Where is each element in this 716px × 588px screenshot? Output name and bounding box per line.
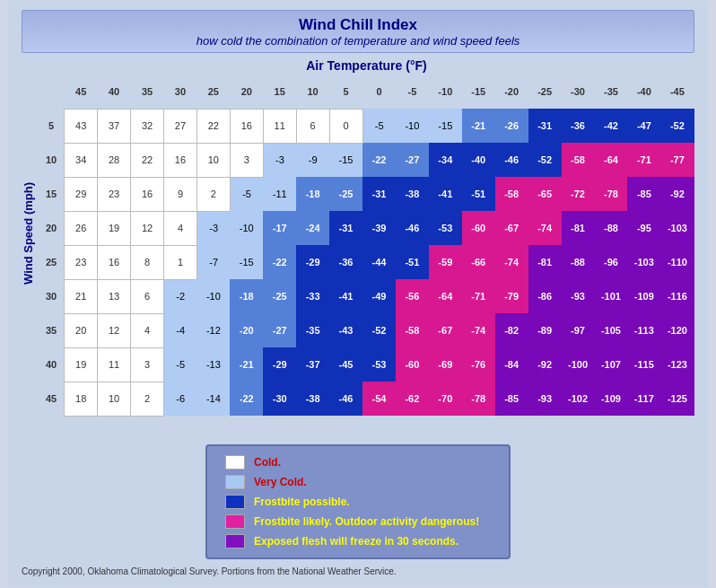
wind-chill-cell: -93 [528,382,562,416]
wind-chill-cell: -17 [263,211,296,245]
wind-chill-cell: -45 [329,347,362,382]
wind-chill-cell: 8 [131,245,164,279]
wind-chill-cell: -42 [594,109,627,143]
wind-chill-cell: -41 [329,279,362,313]
chart-subtitle: how cold the combination of temperature … [31,34,685,48]
wind-chill-cell: -95 [627,211,660,245]
wind-chill-cell: -3 [263,143,296,177]
wind-chill-cell: -33 [296,279,329,313]
wind-chill-cell: -54 [362,382,396,416]
wind-chill-cell: 22 [131,143,164,177]
wind-chill-cell: 12 [131,211,164,245]
wind-chill-cell: -105 [594,313,627,347]
wind-chill-cell: -71 [627,143,660,177]
wind-chill-cell: -92 [660,177,694,211]
wind-chill-cell: -49 [362,279,396,313]
wind-chill-cell: -60 [396,347,429,382]
wind-chill-cell: -43 [329,313,362,347]
speed-header: 20 [39,211,65,245]
speed-header: 45 [39,382,65,416]
wind-chill-cell: 6 [131,279,164,313]
wind-chill-cell: -51 [462,177,495,211]
wind-chill-cell: -6 [163,382,196,416]
wind-chill-cell: -22 [263,245,296,279]
wind-chill-cell: -72 [562,177,595,211]
legend-swatch [225,455,245,470]
wind-chill-cell: -85 [627,177,660,211]
wind-chill-cell: -25 [263,279,296,313]
wind-chill-cell: -22 [230,382,263,416]
temp-header: -40 [627,75,660,109]
wind-chill-cell: -56 [396,279,429,313]
wind-chill-cell: -59 [429,245,462,279]
speed-header: 10 [39,143,65,177]
wind-chill-cell: -89 [528,313,562,347]
wind-chill-cell: 22 [196,109,230,143]
wind-chill-cell: 6 [296,109,329,143]
wind-chill-cell: 11 [263,109,296,143]
temp-header: 25 [196,75,230,109]
wind-chill-cell: -20 [230,313,263,347]
temp-header: 0 [362,75,396,109]
wind-chill-cell: -51 [396,245,429,279]
table-row: 202619124-3-10-17-24-31-39-46-53-60-67-7… [39,211,694,245]
wind-chill-cell: -38 [296,382,329,416]
wind-chill-cell: 32 [131,109,164,143]
wind-chill-cell: -4 [163,313,196,347]
speed-header: 5 [39,109,65,143]
wind-chill-cell: -31 [362,177,396,211]
temp-header: 15 [263,75,296,109]
table-wrapper: Air Temperature (°F) 454035302520151050-… [39,58,694,417]
main-container: Wind Chill Index how cold the combinatio… [8,1,708,587]
wind-chill-cell: -86 [528,279,562,313]
chart-title: Wind Chill Index [31,16,685,34]
wind-chill-cell: -58 [396,313,429,347]
wind-chill-cell: 1 [163,245,196,279]
wind-chill-cell: 4 [163,211,196,245]
temp-header: 5 [329,75,362,109]
wind-chill-cell: -84 [495,347,528,382]
wind-chill-cell: 16 [230,109,263,143]
wind-chill-cell: -31 [329,211,362,245]
wind-chill-cell: -5 [230,177,263,211]
wind-chill-cell: -38 [396,177,429,211]
wind-chill-cell: -24 [296,211,329,245]
wind-chill-cell: 29 [65,177,98,211]
wind-chill-cell: -52 [528,143,562,177]
wind-chill-cell: -29 [263,347,296,382]
wind-chill-cell: -96 [594,245,627,279]
temp-header: -20 [495,75,528,109]
wind-chill-cell: -47 [627,109,660,143]
wind-chill-cell: -25 [329,177,362,211]
wind-chill-cell: -41 [429,177,462,211]
wind-chill-cell: -7 [196,245,230,279]
wind-chill-cell: -70 [429,382,462,416]
temp-header: -45 [660,75,694,109]
wind-chill-cell: -67 [495,211,528,245]
legend-item: Frostbite likely. Outdoor activity dange… [225,514,491,529]
wind-chill-cell: -102 [562,382,595,416]
wind-chill-cell: -46 [329,382,362,416]
wind-chill-cell: -81 [562,211,595,245]
wind-chill-cell: -81 [528,245,562,279]
chart-area: Wind Speed (mph) Air Temperature (°F) 45… [22,58,694,435]
temp-header: 20 [230,75,263,109]
wind-chill-cell: 16 [163,143,196,177]
wind-chill-cell: -109 [594,382,627,416]
wind-chill-cell: -62 [396,382,429,416]
wind-chill-cell: -12 [196,313,230,347]
wind-chill-cell: -103 [627,245,660,279]
legend-area: Cold.Very Cold.Frostbite possible.Frostb… [22,444,694,559]
table-row: 4518102-6-14-22-30-38-46-54-62-70-78-85-… [39,382,694,416]
wind-chill-cell: -82 [495,313,528,347]
y-axis-label: Wind Speed (mph) [22,58,35,435]
legend-item: Frostbite possible. [225,495,491,509]
wind-chill-cell: -44 [362,245,396,279]
wind-chill-cell: -21 [462,109,495,143]
wind-chill-cell: 23 [65,245,98,279]
wind-chill-cell: -37 [296,347,329,382]
temp-header: -10 [429,75,462,109]
wind-chill-cell: 10 [98,382,131,416]
wind-chill-cell: 28 [98,143,131,177]
legend-label: Cold. [254,456,281,469]
